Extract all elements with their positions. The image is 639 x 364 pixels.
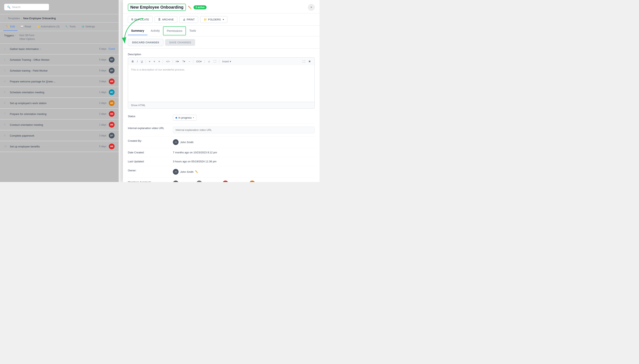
tab-tools[interactable]: Tools [186, 26, 199, 35]
lightning-icon: ⚡ [36, 25, 40, 28]
bold-button[interactable]: B [130, 59, 135, 64]
tools-icon: 🔧 [65, 25, 68, 28]
date-created-text: 7 months ago on 10/23/2023 8:12 pm [173, 151, 217, 154]
task-row[interactable]: 10 Set up employee benefits 5 days HR [0, 141, 119, 152]
archive-button[interactable]: 🗄 ARCHIVE [155, 16, 177, 23]
task-row[interactable]: 1 Gather basic information ⇄ 5 days Gues… [0, 44, 119, 54]
text-size-button[interactable]: T▾ [181, 59, 186, 64]
tab-edit[interactable]: ✏️ Edit [3, 22, 18, 31]
duplicate-button[interactable]: ⧉ DUPLICATE [128, 16, 152, 23]
task-avatar: BP [109, 57, 114, 62]
task-name: Gather basic information ⇄ [10, 48, 97, 50]
last-updated-value: 3 hours ago on 05/19/2024 11:36 pm [173, 157, 314, 166]
member-name-hr: HR department, [230, 182, 248, 182]
close-button[interactable]: × [308, 4, 314, 11]
status-dropdown[interactable]: In progress ▾ [173, 115, 197, 121]
description-editor[interactable]: This is a description of our wonderful p… [128, 65, 314, 102]
task-name: Schedule Training - Office Worker [10, 58, 97, 61]
tab-tools[interactable]: 🔧 Tools [62, 22, 78, 31]
save-discard-row: DISCARD CHANGES SAVE CHANGES [123, 36, 320, 49]
underline-button[interactable]: U [140, 59, 144, 64]
task-days: 1 days [99, 91, 106, 94]
show-html-button[interactable]: Show HTML [128, 102, 314, 108]
breadcrumb-current: New Employee Onboarding [23, 17, 56, 20]
code-button[interactable]: </> [165, 59, 171, 64]
close-editor-button[interactable]: ✖ [307, 59, 312, 64]
emoji-button[interactable]: ☺ [206, 59, 212, 64]
italic-button[interactable]: I [136, 59, 139, 64]
fullscreen-button[interactable]: ⛶ [212, 59, 218, 64]
help-icon: ℹ [14, 34, 15, 37]
members-value: BP Brian Parker, RA Rachel Adams, HR HR … [173, 178, 314, 182]
status-value: In progress ▾ [173, 112, 314, 124]
task-row[interactable]: 5 Schedule orientation meeting 1 days HC [0, 87, 119, 98]
tab-tools-label: Tools [189, 29, 196, 32]
book-icon: 📖 [20, 25, 24, 28]
tab-settings[interactable]: ⚙️ Settings [78, 22, 98, 31]
task-days: 5 days [99, 48, 106, 50]
task-row[interactable]: 2 Schedule Training - Office Worker 5 da… [0, 54, 119, 65]
modal-title-row: New Employee Onboarding ✏️ 2 active [128, 4, 206, 11]
owner-value: JS John Smith ✏️ [173, 166, 314, 178]
discard-button[interactable]: DISCARD CHANGES [128, 39, 164, 46]
strikethrough-button[interactable]: ~ [187, 59, 192, 64]
created-by-label: Created By: [128, 136, 173, 148]
task-row[interactable]: 3 Schedule training - Field Worker 5 day… [0, 65, 119, 76]
task-row[interactable]: 8 Conduct orientation meeting 1 days HR [0, 120, 119, 130]
tab-read-label: Read [24, 25, 31, 28]
status-text: In progress [178, 116, 192, 119]
breadcrumb: ☆ Templates › New Employee Onboarding [0, 14, 119, 22]
video-url-input[interactable] [173, 126, 314, 133]
tab-summary[interactable]: Summary [128, 26, 148, 35]
expand-button[interactable]: ⛶ [301, 59, 306, 64]
folders-icon: 📁 [204, 18, 207, 21]
task-number: 6 [4, 102, 7, 104]
video-url-label: Internal explanation video URL [128, 124, 173, 136]
task-avatar: AD [109, 100, 114, 106]
save-button[interactable]: SAVE CHANGES [165, 39, 195, 46]
archive-label: ARCHIVE [162, 18, 174, 21]
task-name: Prepare welcome package for {{new-... [10, 80, 97, 83]
task-row[interactable]: 6 Set up employee's work station 2 days … [0, 98, 119, 108]
task-days: 1 days [99, 123, 106, 126]
toolbar-separator [163, 60, 163, 63]
task-row[interactable]: 9 Complete paperwork 3 days BP [0, 130, 119, 141]
task-number: 1 [4, 48, 7, 50]
tab-automations[interactable]: ⚡ Automations (3) [34, 22, 62, 31]
task-row[interactable]: 4 Prepare welcome package for {{new-... … [0, 76, 119, 87]
folders-label: FOLDERS [208, 18, 221, 21]
breadcrumb-separator: › [21, 17, 22, 20]
breadcrumb-parent[interactable]: Templates [8, 17, 20, 20]
task-row[interactable]: 7 Prepare for orientation meeting 2 days… [0, 108, 119, 120]
member-name-ad: Administration Department [256, 182, 288, 182]
video-url-value [173, 124, 314, 136]
ordered-list-button[interactable]: ≡ [152, 59, 156, 64]
task-name: Set up employee benefits [10, 145, 97, 148]
description-label: Description [128, 53, 314, 56]
edit-title-icon[interactable]: ✏️ [188, 6, 192, 9]
print-button[interactable]: 🖨 PRINT [180, 16, 198, 23]
last-updated-text: 3 hours ago on 05/19/2024 11:36 pm [173, 160, 216, 163]
task-name: Prepare for orientation meeting [10, 112, 97, 116]
task-avatar: BP [109, 133, 114, 138]
date-created-value: 7 months ago on 10/23/2023 8:12 pm [173, 148, 314, 157]
tab-permissions[interactable]: Permissions [163, 26, 186, 36]
tab-activity[interactable]: Activity [148, 26, 163, 35]
task-days: 2 days [99, 102, 106, 104]
unordered-list-button[interactable]: ≡ [157, 59, 162, 64]
task-avatar: HR [109, 144, 114, 149]
folders-button[interactable]: 📁 FOLDERS ▾ [200, 16, 228, 23]
date-created-label: Date Created: [128, 148, 173, 157]
owner-edit-icon[interactable]: ✏️ [195, 170, 198, 173]
tab-read[interactable]: 📖 Read [18, 22, 34, 31]
search-icon: 🔍 [7, 6, 10, 8]
tab-summary-label: Summary [131, 29, 144, 32]
member-avatar-ad: AD [249, 180, 255, 182]
align-button[interactable]: ≡ [148, 59, 152, 64]
variable-button[interactable]: GG▾ [195, 59, 203, 64]
search-input-wrapper[interactable]: 🔍 Search [4, 4, 49, 10]
heading-button[interactable]: H▾ [174, 59, 180, 64]
task-number: 9 [4, 134, 7, 137]
modal-content: Description B I U ≡ ≡ ≡ </> H▾ T▾ ~ GG▾ … [123, 49, 320, 182]
insert-button[interactable]: Insert ▾ [221, 59, 232, 64]
